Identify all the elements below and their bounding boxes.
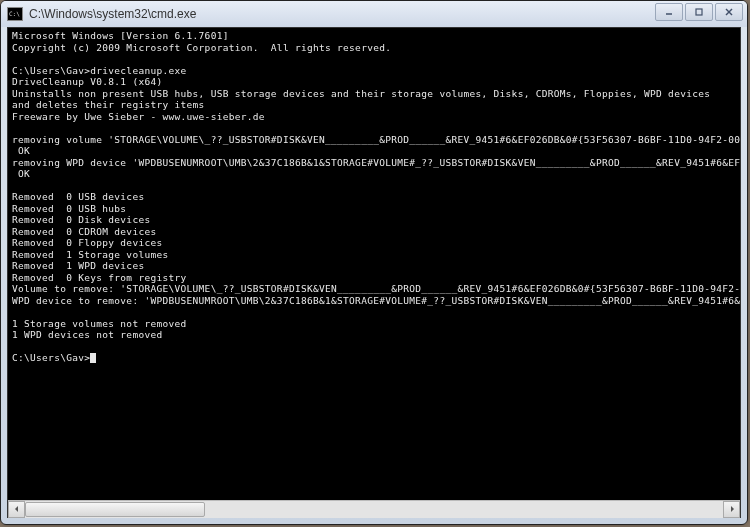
cursor [90,353,96,363]
console-output[interactable]: Microsoft Windows [Version 6.1.7601] Cop… [8,28,740,500]
cmd-icon [7,7,23,21]
chevron-right-icon [728,505,736,513]
scroll-thumb[interactable] [25,502,205,517]
console-frame: Microsoft Windows [Version 6.1.7601] Cop… [7,27,741,518]
minimize-button[interactable] [655,3,683,21]
scroll-track[interactable] [25,501,723,518]
window-controls [653,3,743,21]
scroll-right-button[interactable] [723,501,740,518]
svg-marker-5 [731,506,734,512]
chevron-left-icon [13,505,21,513]
close-icon [724,7,734,17]
minimize-icon [664,7,674,17]
horizontal-scrollbar[interactable] [8,500,740,517]
window-title: C:\Windows\system32\cmd.exe [29,7,196,21]
maximize-button[interactable] [685,3,713,21]
prompt-line: C:\Users\Gav> [12,352,90,363]
close-button[interactable] [715,3,743,21]
titlebar[interactable]: C:\Windows\system32\cmd.exe [1,1,747,27]
scroll-left-button[interactable] [8,501,25,518]
cmd-window: C:\Windows\system32\cmd.exe Microsoft Wi… [0,0,748,525]
svg-rect-1 [696,9,702,15]
svg-marker-4 [15,506,18,512]
maximize-icon [694,7,704,17]
